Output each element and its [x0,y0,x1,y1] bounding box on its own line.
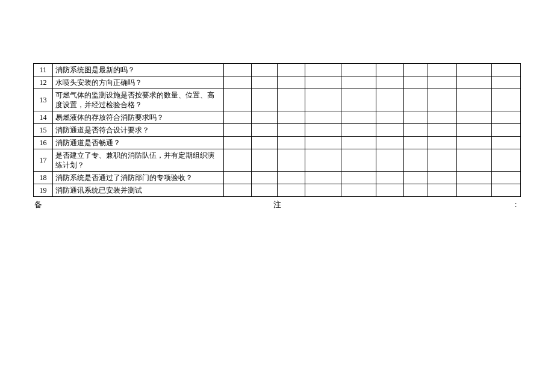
check-cell [376,89,404,111]
row-number: 17 [34,149,53,172]
footer-row: 备 注 ： [33,199,521,210]
table-row: 13可燃气体的监测设施是否按要求的数量、位置、高度设置，并经过检验合格？ [34,89,521,111]
check-cell [491,64,520,76]
check-cell [341,149,376,172]
check-cell [491,89,520,111]
check-cell [251,64,278,76]
check-cell [305,124,341,137]
check-cell [428,76,457,89]
check-cell [404,111,428,124]
check-cell [223,184,251,197]
check-cell [376,64,404,76]
check-cell [305,111,341,124]
row-number: 19 [34,184,53,197]
check-cell [278,172,305,184]
check-cell [428,111,457,124]
footer-left: 备 [34,199,42,210]
check-cell [376,149,404,172]
check-cell [457,64,492,76]
check-cell [278,64,305,76]
check-cell [376,137,404,149]
row-description: 消防通讯系统已安装并测试 [52,184,223,197]
check-cell [404,124,428,137]
check-cell [404,137,428,149]
check-cell [376,184,404,197]
check-cell [428,89,457,111]
check-cell [251,76,278,89]
check-cell [223,137,251,149]
check-cell [278,184,305,197]
check-cell [428,172,457,184]
table-row: 16消防通道是否畅通？ [34,137,521,149]
check-cell [457,137,492,149]
table-row: 15消防通道是否符合设计要求？ [34,124,521,137]
table-row: 17是否建立了专、兼职的消防队伍，并有定期组织演练计划？ [34,149,521,172]
row-number: 12 [34,76,53,89]
check-cell [223,76,251,89]
check-cell [404,149,428,172]
check-cell [341,111,376,124]
row-description: 消防系统图是最新的吗？ [52,64,223,76]
check-cell [404,76,428,89]
check-cell [223,172,251,184]
row-description: 消防通道是否符合设计要求？ [52,124,223,137]
row-description: 消防系统是否通过了消防部门的专项验收？ [52,172,223,184]
row-description: 水喷头安装的方向正确吗？ [52,76,223,89]
table-row: 12水喷头安装的方向正确吗？ [34,76,521,89]
check-cell [341,76,376,89]
row-description: 可燃气体的监测设施是否按要求的数量、位置、高度设置，并经过检验合格？ [52,89,223,111]
check-cell [491,137,520,149]
check-cell [428,149,457,172]
check-cell [305,89,341,111]
table-row: 19消防通讯系统已安装并测试 [34,184,521,197]
check-cell [457,89,492,111]
check-cell [305,149,341,172]
check-cell [491,149,520,172]
check-cell [278,111,305,124]
check-cell [404,64,428,76]
check-cell [278,124,305,137]
row-number: 14 [34,111,53,124]
row-number: 16 [34,137,53,149]
row-description: 是否建立了专、兼职的消防队伍，并有定期组织演练计划？ [52,149,223,172]
check-cell [428,64,457,76]
footer-right: ： [512,199,520,210]
check-cell [341,89,376,111]
check-cell [278,89,305,111]
check-cell [341,172,376,184]
check-cell [491,172,520,184]
check-cell [404,172,428,184]
footer-mid: 注 [273,199,281,210]
check-cell [251,184,278,197]
check-cell [457,184,492,197]
check-cell [341,137,376,149]
check-cell [305,184,341,197]
check-cell [428,184,457,197]
check-cell [223,89,251,111]
check-cell [341,124,376,137]
check-cell [251,172,278,184]
check-cell [428,124,457,137]
check-cell [305,76,341,89]
check-cell [457,76,492,89]
check-cell [376,124,404,137]
row-description: 易燃液体的存放符合消防要求吗？ [52,111,223,124]
check-cell [223,124,251,137]
check-cell [278,76,305,89]
check-cell [251,89,278,111]
check-cell [278,149,305,172]
check-cell [376,76,404,89]
table-row: 18消防系统是否通过了消防部门的专项验收？ [34,172,521,184]
check-cell [223,149,251,172]
check-cell [491,184,520,197]
check-cell [305,64,341,76]
table-row: 14易燃液体的存放符合消防要求吗？ [34,111,521,124]
check-cell [251,149,278,172]
check-cell [376,172,404,184]
row-description: 消防通道是否畅通？ [52,137,223,149]
check-cell [404,89,428,111]
check-cell [251,137,278,149]
check-cell [251,111,278,124]
document-page: 11消防系统图是最新的吗？12水喷头安装的方向正确吗？13可燃气体的监测设施是否… [0,0,554,392]
table-row: 11消防系统图是最新的吗？ [34,64,521,76]
